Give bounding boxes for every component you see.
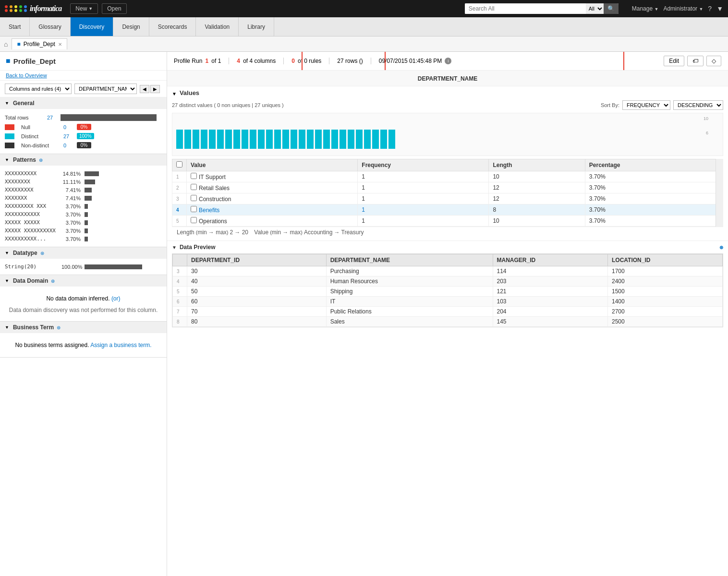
profile-title: Profile_Dept <box>13 57 56 65</box>
pattern-bar-8 <box>85 228 88 233</box>
data-domain-expand-icon[interactable]: ⊛ <box>51 278 55 284</box>
manage-menu[interactable]: Manage ▼ <box>632 5 659 12</box>
left-panel: ■ Profile_Dept Back to Overview Columns … <box>0 52 167 576</box>
data-preview-table-wrap[interactable]: DEPARTMENT_ID DEPARTMENT_NAME MANAGER_ID… <box>172 253 723 327</box>
assign-business-term-link[interactable]: Assign a business term. <box>90 342 151 348</box>
back-to-overview-link[interactable]: Back to Overview <box>0 71 167 81</box>
values-th-length[interactable]: Length <box>489 159 585 171</box>
new-button[interactable]: New ▼ <box>70 3 98 14</box>
nav-glossary[interactable]: Glossary <box>30 17 70 36</box>
values-th-frequency[interactable]: Frequency <box>358 159 489 171</box>
general-section-header[interactable]: ▼ General <box>0 97 167 109</box>
search-bar: All 🔍 <box>465 3 619 14</box>
business-term-expand-icon[interactable]: ⊛ <box>57 325 61 330</box>
profile-icon: ■ <box>6 57 11 65</box>
patterns-section-header[interactable]: ▼ Patterns ⊛ <box>0 154 167 166</box>
values-th-percentage[interactable]: Percentage <box>585 159 723 171</box>
row-checkbox[interactable] <box>191 217 197 223</box>
sort-select[interactable]: FREQUENCY <box>622 100 670 110</box>
chart-bar <box>266 130 273 149</box>
help-icon[interactable]: ? <box>708 5 712 12</box>
nav-design[interactable]: Design <box>113 17 149 36</box>
search-type-select[interactable]: All <box>586 3 604 14</box>
pattern-bar-5 <box>85 204 88 209</box>
next-column-button[interactable]: ▶ <box>150 85 160 93</box>
tab-label: Profile_Dept <box>24 41 55 48</box>
nav-bar: Start Glossary Discovery Design Scorecar… <box>0 17 728 36</box>
table-row: 1 IT Support 1 10 3.70% <box>172 171 723 182</box>
open-button[interactable]: Open <box>102 3 126 14</box>
more-icon[interactable]: ▼ <box>716 5 723 12</box>
values-th-value[interactable]: Value <box>187 159 358 171</box>
columns-rules-select[interactable]: Columns and rules (4) <box>5 84 72 94</box>
distinct-badge: 100% <box>77 133 94 139</box>
row-checkbox[interactable] <box>191 195 197 201</box>
preview-th-loc-id[interactable]: LOCATION_ID <box>608 254 723 266</box>
data-domain-no-data: No data domain inferred. <box>46 295 109 302</box>
column-select[interactable]: DEPARTMENT_NAME <box>74 84 137 94</box>
preview-row-7: 7 70 Public Relations 204 2700 <box>173 307 723 317</box>
select-all-checkbox[interactable] <box>176 161 182 168</box>
row-checkbox[interactable] <box>191 206 197 212</box>
pattern-bar-3 <box>85 188 92 192</box>
row-checkbox[interactable] <box>191 173 197 179</box>
preview-th-dept-id[interactable]: DEPARTMENT_ID <box>187 254 327 266</box>
prev-column-button[interactable]: ◀ <box>140 85 149 93</box>
search-icon-button[interactable]: 🔍 <box>604 3 619 14</box>
values-header: ▼ Values <box>172 89 723 98</box>
data-domain-or[interactable]: (or) <box>111 295 121 302</box>
footer-value-min: min <box>272 229 281 236</box>
home-icon[interactable]: ⌂ <box>4 40 8 48</box>
patterns-section: ▼ Patterns ⊛ XXXXXXXXXX 14.81% XXXXXXXX … <box>0 154 167 247</box>
table-row: 4 Benefits 1 8 3.70% <box>172 204 723 216</box>
chart-bar <box>380 130 387 149</box>
preview-th-dept-name[interactable]: DEPARTMENT_NAME <box>326 254 493 266</box>
values-collapse-toggle[interactable]: ▼ <box>172 91 177 96</box>
business-term-body: No business terms assigned. Assign a bus… <box>0 333 167 357</box>
patterns-expand-icon[interactable]: ⊛ <box>39 157 43 163</box>
admin-menu[interactable]: Administrator ▼ <box>663 5 703 12</box>
nav-validation[interactable]: Validation <box>196 17 239 36</box>
logo-text: informatica <box>30 4 61 13</box>
nav-discovery[interactable]: Discovery <box>71 17 114 36</box>
bookmark-button[interactable]: ◇ <box>706 56 721 66</box>
edit-button[interactable]: Edit <box>664 56 684 66</box>
footer-value-max: max <box>290 229 301 236</box>
data-domain-header[interactable]: ▼ Data Domain ⊛ <box>0 275 167 287</box>
business-term-info: No business terms assigned. Assign a bus… <box>5 337 162 353</box>
pattern-row-5: XXXXXXXXX XXX 3.70% <box>5 202 162 210</box>
chart-bar <box>176 130 183 149</box>
tag-button[interactable]: 🏷 <box>687 56 704 66</box>
profile-tab[interactable]: ■ Profile_Dept ✕ <box>12 38 67 49</box>
order-select[interactable]: DESCENDING <box>673 100 723 110</box>
nav-scorecards[interactable]: Scorecards <box>149 17 196 36</box>
row-checkbox[interactable] <box>191 184 197 190</box>
business-term-header[interactable]: ▼ Business Term ⊛ <box>0 322 167 333</box>
preview-row-3: 3 30 Purchasing 114 1700 <box>173 266 723 276</box>
info-icon[interactable]: i <box>445 58 451 64</box>
footer-length-min-val: 2 <box>230 229 233 236</box>
data-preview-toggle[interactable]: ▼ <box>172 245 177 250</box>
datatype-row-1: String(20) 100.00% <box>5 263 162 271</box>
benefits-link[interactable]: Benefits <box>199 207 219 214</box>
search-input[interactable] <box>465 3 586 14</box>
business-term-section: ▼ Business Term ⊛ No business terms assi… <box>0 322 167 358</box>
null-value: 0 <box>63 124 73 130</box>
tab-close-button[interactable]: ✕ <box>58 42 62 47</box>
values-footer-info: Length (min → max) 2 → 20 Value (min → m… <box>172 227 723 238</box>
chart-bar <box>242 130 248 149</box>
nav-start[interactable]: Start <box>0 17 30 36</box>
datatype-section-header[interactable]: ▼ Datatype ⊛ <box>0 247 167 259</box>
footer-length-min: min <box>197 229 206 236</box>
footer-value-min-val: Accounting <box>304 229 332 236</box>
chart-bar <box>331 130 338 149</box>
datatype-expand-icon[interactable]: ⊛ <box>40 251 44 256</box>
preview-th-mgr-id[interactable]: MANAGER_ID <box>493 254 608 266</box>
right-toolbar: Edit 🏷 ◇ <box>664 56 721 66</box>
null-badge: 0% <box>77 124 91 130</box>
data-preview-expand-icon[interactable]: ⊛ <box>719 245 723 250</box>
table-scrollbar[interactable] <box>716 159 723 227</box>
nav-library[interactable]: Library <box>239 17 274 36</box>
pattern-bar-2 <box>85 180 95 184</box>
pattern-bar-7 <box>85 220 88 225</box>
